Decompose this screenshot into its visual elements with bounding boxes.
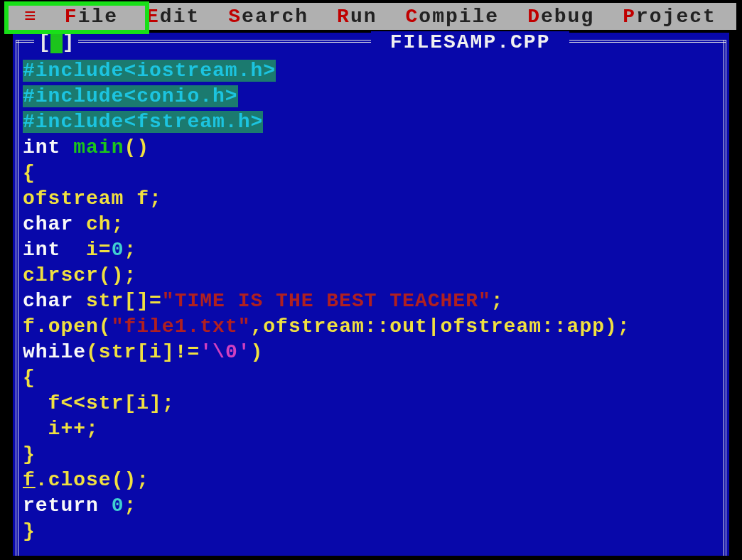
- code-line: char ch;: [23, 212, 719, 237]
- code-line: f<<str[i];: [23, 391, 719, 416]
- editor-window: [■] FILESAMP.CPP #include<iostream.h>#in…: [13, 33, 729, 556]
- code-line: #include<iostream.h>: [23, 58, 719, 84]
- ide-screen: ≡ File Edit Search Run Compile Debug Pro…: [0, 0, 742, 560]
- code-line: return 0;: [23, 493, 719, 519]
- code-editor[interactable]: #include<iostream.h>#include<conio.h>#in…: [23, 58, 719, 553]
- frame-border: [719, 40, 726, 556]
- code-line: {: [23, 365, 719, 391]
- code-line: }: [23, 519, 719, 544]
- code-line: #include<conio.h>: [23, 84, 719, 109]
- frame-border: [16, 40, 23, 556]
- code-line: f.open("file1.txt",ofstream::out|ofstrea…: [23, 314, 719, 340]
- menu-file[interactable]: File: [50, 6, 132, 28]
- code-line: {: [23, 161, 719, 186]
- code-line: clrscr();: [23, 263, 719, 289]
- code-line: int i=0;: [23, 237, 719, 263]
- code-line: char str[]="TIME IS THE BEST TEACHER";: [23, 289, 719, 314]
- code-line: i++;: [23, 416, 719, 442]
- code-line: }: [23, 442, 719, 468]
- code-line: #include<fstream.h>: [23, 109, 719, 135]
- window-title: FILESAMP.CPP: [371, 31, 569, 53]
- code-line: while(str[i]!='\0'): [23, 340, 719, 365]
- menu-search[interactable]: Search: [214, 6, 323, 28]
- system-menu-icon[interactable]: ≡: [6, 6, 50, 28]
- code-line: int main(): [23, 135, 719, 161]
- menu-compile[interactable]: Compile: [392, 6, 514, 28]
- menu-run[interactable]: Run: [323, 6, 391, 28]
- menu-edit[interactable]: Edit: [132, 6, 214, 28]
- menu-debug[interactable]: Debug: [513, 6, 608, 28]
- window-close-button[interactable]: [■]: [34, 31, 78, 53]
- code-line: ofstream f;: [23, 186, 719, 212]
- menubar: ≡ File Edit Search Run Compile Debug Pro…: [6, 3, 736, 30]
- code-line: f.close();: [23, 468, 719, 493]
- menu-project[interactable]: Project: [608, 6, 731, 28]
